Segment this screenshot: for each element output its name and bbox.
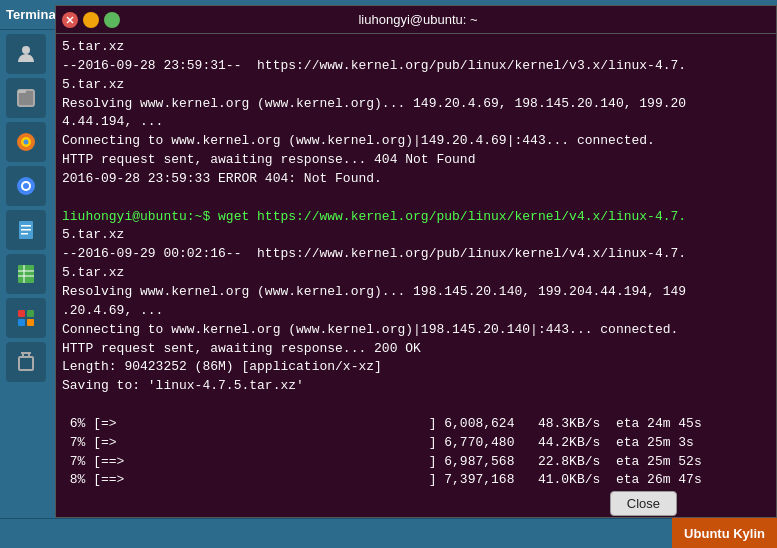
svg-rect-14 xyxy=(18,90,26,93)
svg-rect-22 xyxy=(21,225,31,227)
sidebar-icon-software[interactable] xyxy=(6,298,46,338)
svg-point-12 xyxy=(22,46,30,54)
title-text: liuhongyi@ubuntu: ~ xyxy=(126,12,710,27)
sidebar-icon-browser[interactable] xyxy=(6,122,46,162)
terminal-body[interactable]: 5.tar.xz --2016-09-28 23:59:31-- https:/… xyxy=(56,34,776,517)
svg-rect-30 xyxy=(27,310,34,317)
kylin-badge: Ubuntu Kylin xyxy=(672,518,777,548)
title-bar: liuhongyi@ubuntu: ~ xyxy=(56,6,776,34)
maximize-button[interactable] xyxy=(104,12,120,28)
terminal-window: liuhongyi@ubuntu: ~ 5.tar.xz --2016-09-2… xyxy=(55,5,777,518)
close-button[interactable] xyxy=(62,12,78,28)
sidebar-icon-trash[interactable] xyxy=(6,342,46,382)
taskbar-label: Terminal xyxy=(6,7,59,22)
sidebar xyxy=(0,30,52,518)
taskbar-left: Terminal xyxy=(6,7,59,22)
sidebar-icon-document[interactable] xyxy=(6,210,46,250)
svg-rect-32 xyxy=(27,319,34,326)
close-popup-button[interactable]: Close xyxy=(610,491,677,516)
bottom-bar xyxy=(0,518,777,548)
svg-rect-24 xyxy=(21,233,28,235)
sidebar-icon-spreadsheet[interactable] xyxy=(6,254,46,294)
svg-rect-33 xyxy=(19,357,33,370)
minimize-button[interactable] xyxy=(83,12,99,28)
sidebar-icon-chromium[interactable] xyxy=(6,166,46,206)
svg-point-17 xyxy=(24,140,29,145)
svg-rect-29 xyxy=(18,310,25,317)
svg-point-20 xyxy=(23,183,29,189)
sidebar-icon-home[interactable] xyxy=(6,34,46,74)
svg-rect-23 xyxy=(21,229,31,231)
svg-rect-25 xyxy=(18,265,34,283)
window-controls xyxy=(62,12,120,28)
sidebar-icon-files[interactable] xyxy=(6,78,46,118)
svg-rect-31 xyxy=(18,319,25,326)
